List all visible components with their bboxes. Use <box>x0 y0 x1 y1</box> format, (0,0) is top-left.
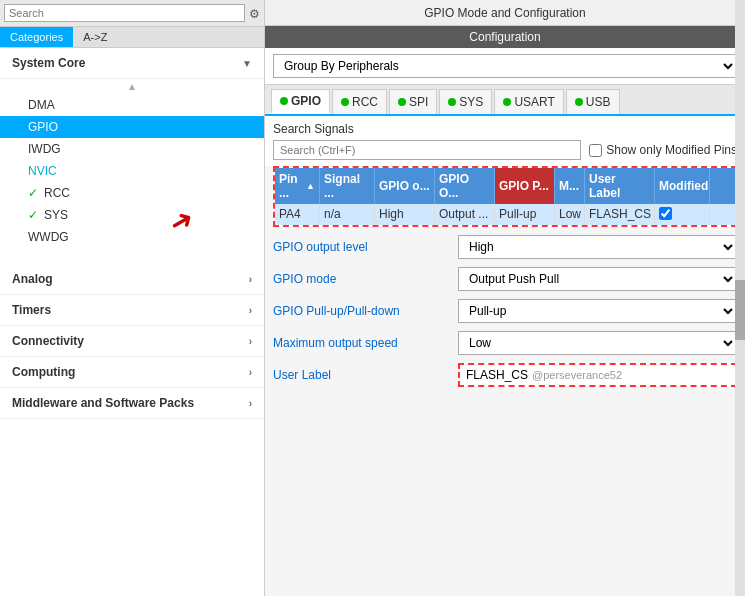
sidebar-item-wwdg[interactable]: WWDG <box>0 226 264 248</box>
table-row[interactable]: PA4 n/a High Output ... Pull-up Low FLAS… <box>275 204 735 225</box>
tab-spi[interactable]: SPI <box>389 89 437 114</box>
tab-az[interactable]: A->Z <box>73 27 117 47</box>
td-gpio-mode: Output ... <box>435 204 495 225</box>
signals-search-input[interactable] <box>273 140 581 160</box>
chevron-right-icon-connectivity: › <box>249 336 252 347</box>
sidebar-content: System Core ▼ ▲ DMA GPIO IWDG NVIC ✓ RCC… <box>0 48 264 596</box>
main-area: GPIO Mode and Configuration Configuratio… <box>265 0 745 596</box>
right-scrollbar[interactable] <box>735 0 745 596</box>
check-icon-sys: ✓ <box>28 208 38 222</box>
tab-usb[interactable]: USB <box>566 89 620 114</box>
tab-sys[interactable]: SYS <box>439 89 492 114</box>
config-section: GPIO output level High GPIO mode Output … <box>265 227 745 596</box>
window-title: GPIO Mode and Configuration <box>265 0 745 26</box>
section-system-core-label: System Core <box>12 56 85 70</box>
scroll-up-indicator: ▲ <box>0 79 264 94</box>
section-system-core[interactable]: System Core ▼ <box>0 48 264 79</box>
tab-categories[interactable]: Categories <box>0 27 73 47</box>
sidebar: ⚙ Categories A->Z System Core ▼ ▲ DMA GP… <box>0 0 265 596</box>
sidebar-tabs: Categories A->Z <box>0 27 264 48</box>
config-row-pull: GPIO Pull-up/Pull-down Pull-up <box>273 299 737 323</box>
settings-button[interactable]: ⚙ <box>249 4 260 22</box>
show-modified-checkbox[interactable] <box>589 144 602 157</box>
th-gpio-output[interactable]: GPIO o... <box>375 168 435 204</box>
tab-rcc[interactable]: RCC <box>332 89 387 114</box>
signals-section: Search Signals Show only Modified Pins <box>265 116 745 166</box>
check-icon-rcc: ✓ <box>28 186 38 200</box>
label-gpio-output-level: GPIO output level <box>273 240 458 254</box>
section-timers[interactable]: Timers › <box>0 295 264 326</box>
sidebar-item-sys[interactable]: ✓ SYS <box>0 204 264 226</box>
td-gpio-pull: Pull-up <box>495 204 555 225</box>
section-computing-label: Computing <box>12 365 75 379</box>
th-user-label[interactable]: User Label <box>585 168 655 204</box>
section-connectivity[interactable]: Connectivity › <box>0 326 264 357</box>
sidebar-item-iwdg[interactable]: IWDG <box>0 138 264 160</box>
th-modified[interactable]: Modified <box>655 168 710 204</box>
signals-row: Show only Modified Pins <box>273 140 737 160</box>
watermark-text: @perseverance52 <box>532 369 622 381</box>
dot-usart <box>503 98 511 106</box>
th-gpio-mode[interactable]: GPIO O... <box>435 168 495 204</box>
tab-usart[interactable]: USART <box>494 89 563 114</box>
gpio-table: Pin ... ▲ Signal ... GPIO o... GPIO O...… <box>273 166 737 227</box>
td-user-label: FLASH_CS <box>585 204 655 225</box>
th-mode[interactable]: M... <box>555 168 585 204</box>
user-label-value: FLASH_CS @perseverance52 <box>458 363 737 387</box>
td-mode-val: Low <box>555 204 585 225</box>
signals-label: Search Signals <box>273 122 737 136</box>
select-max-speed[interactable]: Low <box>458 331 737 355</box>
section-analog-label: Analog <box>12 272 53 286</box>
dot-spi <box>398 98 406 106</box>
gear-icon: ⚙ <box>249 7 260 21</box>
section-middleware[interactable]: Middleware and Software Packs › <box>0 388 264 419</box>
chevron-right-icon-computing: › <box>249 367 252 378</box>
chevron-down-icon: ▼ <box>242 58 252 69</box>
chevron-right-icon-analog: › <box>249 274 252 285</box>
select-gpio-pull[interactable]: Pull-up <box>458 299 737 323</box>
td-modified <box>655 204 710 225</box>
sidebar-item-gpio[interactable]: GPIO <box>0 116 264 138</box>
config-row-speed: Maximum output speed Low <box>273 331 737 355</box>
sidebar-item-nvic[interactable]: NVIC <box>0 160 264 182</box>
sort-arrow-pin: ▲ <box>306 181 315 191</box>
show-modified-label: Show only Modified Pins <box>606 143 737 157</box>
th-gpio-pull[interactable]: GPIO P... <box>495 168 555 204</box>
label-gpio-pull: GPIO Pull-up/Pull-down <box>273 304 458 318</box>
show-modified-checkbox-row: Show only Modified Pins <box>589 143 737 157</box>
label-max-speed: Maximum output speed <box>273 336 458 350</box>
sidebar-item-dma[interactable]: DMA <box>0 94 264 116</box>
dot-rcc <box>341 98 349 106</box>
label-user-label: User Label <box>273 368 458 382</box>
section-timers-label: Timers <box>12 303 51 317</box>
dot-sys <box>448 98 456 106</box>
chevron-right-icon-timers: › <box>249 305 252 316</box>
label-gpio-mode: GPIO mode <box>273 272 458 286</box>
search-input[interactable] <box>4 4 245 22</box>
section-connectivity-label: Connectivity <box>12 334 84 348</box>
scrollbar-thumb[interactable] <box>735 280 745 340</box>
user-label-row: User Label FLASH_CS @perseverance52 <box>273 363 737 387</box>
config-header: Configuration <box>265 26 745 48</box>
tab-gpio[interactable]: GPIO <box>271 89 330 114</box>
select-gpio-mode[interactable]: Output Push Pull <box>458 267 737 291</box>
config-row-gpio-mode: GPIO mode Output Push Pull <box>273 267 737 291</box>
search-bar: ⚙ <box>0 0 264 27</box>
user-label-text: FLASH_CS <box>466 368 528 382</box>
config-row-output-level: GPIO output level High <box>273 235 737 259</box>
select-gpio-output-level[interactable]: High <box>458 235 737 259</box>
dot-usb <box>575 98 583 106</box>
sidebar-item-rcc[interactable]: ✓ RCC <box>0 182 264 204</box>
chevron-right-icon-middleware: › <box>249 398 252 409</box>
section-analog[interactable]: Analog › <box>0 264 264 295</box>
td-gpio-output: High <box>375 204 435 225</box>
gpio-tabs: GPIO RCC SPI SYS USART USB <box>265 85 745 116</box>
th-signal[interactable]: Signal ... <box>320 168 375 204</box>
group-by-dropdown[interactable]: Group By Peripherals <box>273 54 737 78</box>
th-pin[interactable]: Pin ... ▲ <box>275 168 320 204</box>
dot-gpio <box>280 97 288 105</box>
section-computing[interactable]: Computing › <box>0 357 264 388</box>
section-middleware-label: Middleware and Software Packs <box>12 396 194 410</box>
table-header: Pin ... ▲ Signal ... GPIO o... GPIO O...… <box>275 168 735 204</box>
td-signal: n/a <box>320 204 375 225</box>
